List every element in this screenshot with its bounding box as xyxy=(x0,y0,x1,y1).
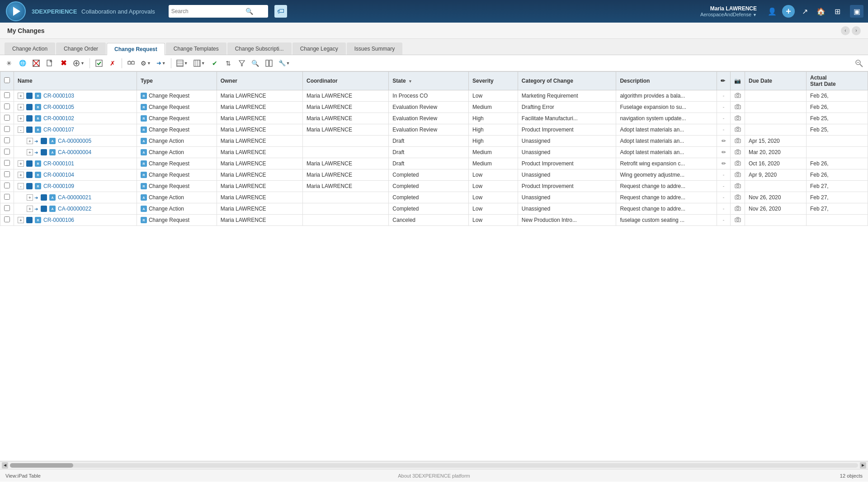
row-name-link[interactable]: CR-0000102 xyxy=(43,115,74,122)
row-select-checkbox[interactable] xyxy=(4,149,10,155)
columns-tool[interactable]: ▼ xyxy=(191,57,208,70)
row-name-link[interactable]: CA-00000004 xyxy=(58,149,91,155)
tab-change-legacy[interactable]: Change Legacy xyxy=(292,42,346,55)
cross-square-tool[interactable] xyxy=(30,57,42,70)
row-camera-cell[interactable] xyxy=(731,169,745,181)
user-account-icon[interactable]: 👤 xyxy=(766,5,778,18)
table-layout-tool[interactable] xyxy=(263,57,275,70)
row-camera-cell[interactable] xyxy=(731,215,745,226)
checklist-tool[interactable] xyxy=(93,57,105,70)
home-icon[interactable]: 🏠 xyxy=(815,5,827,18)
share-icon[interactable]: ↗ xyxy=(798,5,811,18)
tab-change-action[interactable]: Change Action xyxy=(5,42,55,55)
grid-view-tool[interactable]: ▼ xyxy=(174,57,190,70)
row-camera-cell[interactable] xyxy=(731,147,745,158)
about-label[interactable]: About 3DEXPERIENCE platform xyxy=(398,473,470,479)
col-header-description[interactable]: Description xyxy=(616,72,717,90)
h-scroll-left[interactable]: ◀ xyxy=(2,462,8,469)
nav-next-button[interactable]: › xyxy=(852,26,861,35)
tab-change-templates[interactable]: Change Templates xyxy=(166,42,226,55)
row-select-checkbox[interactable] xyxy=(4,160,10,166)
col-header-checkbox[interactable] xyxy=(0,72,14,90)
col-header-severity[interactable]: Severity xyxy=(469,72,518,90)
row-name-link[interactable]: CR-0000103 xyxy=(43,93,74,99)
row-name-link[interactable]: CR-0000104 xyxy=(43,172,74,178)
row-select-checkbox[interactable] xyxy=(4,103,10,109)
row-expand-button[interactable]: + xyxy=(18,115,24,122)
col-header-type[interactable]: Type xyxy=(137,72,217,90)
add-button[interactable]: + xyxy=(782,5,795,18)
row-camera-cell[interactable] xyxy=(731,203,745,215)
row-expand-button[interactable]: + xyxy=(27,149,33,155)
row-select-checkbox[interactable] xyxy=(4,183,10,188)
row-name-link[interactable]: CR-0000107 xyxy=(43,127,74,133)
row-name-link[interactable]: CR-0000101 xyxy=(43,160,74,167)
star-tool[interactable]: ✳ xyxy=(3,57,15,70)
dropdown-tool[interactable]: ▼ xyxy=(71,57,87,70)
row-edit-cell[interactable]: ✏ xyxy=(717,147,731,158)
h-scroll-thumb[interactable] xyxy=(10,463,73,468)
row-expand-button[interactable]: + xyxy=(18,104,24,110)
sidebar-right-icon[interactable]: ▣ xyxy=(850,5,863,18)
row-select-checkbox[interactable] xyxy=(4,126,10,132)
row-name-link[interactable]: CR-0000109 xyxy=(43,183,74,189)
row-expand-button[interactable]: + xyxy=(18,217,24,223)
row-expand-button[interactable]: + xyxy=(27,194,33,201)
row-name-link[interactable]: CA-00000005 xyxy=(58,138,91,144)
row-camera-cell[interactable] xyxy=(731,158,745,169)
row-expand-button[interactable]: + xyxy=(27,206,33,212)
cancel-tool[interactable]: ✗ xyxy=(106,57,119,70)
tab-change-subscriptions[interactable]: Change Subscripti... xyxy=(227,42,292,55)
row-camera-cell[interactable] xyxy=(731,113,745,124)
expand-icon[interactable]: ⊞ xyxy=(831,5,844,18)
col-header-name[interactable]: Name xyxy=(14,72,137,90)
checkmark-tool[interactable]: ✔ xyxy=(208,57,221,70)
row-name-link[interactable]: CR-0000106 xyxy=(43,217,74,223)
horizontal-scrollbar[interactable]: ◀ ▶ xyxy=(0,461,868,469)
row-expand-button[interactable]: + xyxy=(18,160,24,167)
row-edit-cell[interactable]: ✏ xyxy=(717,136,731,147)
funnel-tool[interactable] xyxy=(236,57,248,70)
row-select-checkbox[interactable] xyxy=(4,171,10,177)
row-expand-button[interactable]: + xyxy=(18,172,24,178)
row-name-link[interactable]: CA-00000022 xyxy=(58,206,91,212)
zoom-icon[interactable] xyxy=(853,57,865,70)
row-select-checkbox[interactable] xyxy=(4,115,10,121)
row-name-link[interactable]: CA-00000021 xyxy=(58,194,91,201)
tab-change-request[interactable]: Change Request xyxy=(107,43,165,55)
col-header-startdate[interactable]: ActualStart Date xyxy=(806,72,868,90)
row-camera-cell[interactable] xyxy=(731,181,745,192)
arrow-right-tool[interactable]: ➜ ▼ xyxy=(154,57,168,70)
row-select-checkbox[interactable] xyxy=(4,92,10,98)
new-doc-tool[interactable] xyxy=(43,57,56,70)
arrange-tool[interactable] xyxy=(125,57,137,70)
search-input[interactable] xyxy=(171,8,244,14)
search-magnify-tool[interactable]: 🔍 xyxy=(249,57,262,70)
tag-icon[interactable]: 🏷 xyxy=(274,5,287,18)
row-edit-cell[interactable]: ✏ xyxy=(717,158,731,169)
row-camera-cell[interactable] xyxy=(731,90,745,102)
tab-issues-summary[interactable]: Issues Summary xyxy=(347,42,402,55)
row-name-link[interactable]: CR-0000105 xyxy=(43,104,74,110)
col-header-state[interactable]: State ▼ xyxy=(389,72,469,90)
row-camera-cell[interactable] xyxy=(731,102,745,113)
filter-arrows-tool[interactable]: ⇅ xyxy=(222,57,235,70)
wrench-tool[interactable]: 🔧 ▼ xyxy=(276,57,292,70)
globe-tool[interactable]: 🌐 xyxy=(16,57,29,70)
row-camera-cell[interactable] xyxy=(731,124,745,136)
h-scroll-track[interactable] xyxy=(10,463,858,468)
row-select-checkbox[interactable] xyxy=(4,137,10,143)
col-header-coordinator[interactable]: Coordinator xyxy=(303,72,389,90)
row-expand-button[interactable]: + xyxy=(27,138,33,144)
h-scroll-right[interactable]: ▶ xyxy=(860,462,866,469)
row-select-checkbox[interactable] xyxy=(4,194,10,200)
row-select-checkbox[interactable] xyxy=(4,216,10,222)
row-expand-button[interactable]: - xyxy=(18,127,24,133)
col-header-category[interactable]: Category of Change xyxy=(518,72,616,90)
select-all-checkbox[interactable] xyxy=(4,77,10,83)
row-camera-cell[interactable] xyxy=(731,136,745,147)
nav-prev-button[interactable]: ‹ xyxy=(841,26,850,35)
app-logo[interactable] xyxy=(5,0,27,23)
col-header-owner[interactable]: Owner xyxy=(217,72,302,90)
tab-change-order[interactable]: Change Order xyxy=(56,42,106,55)
